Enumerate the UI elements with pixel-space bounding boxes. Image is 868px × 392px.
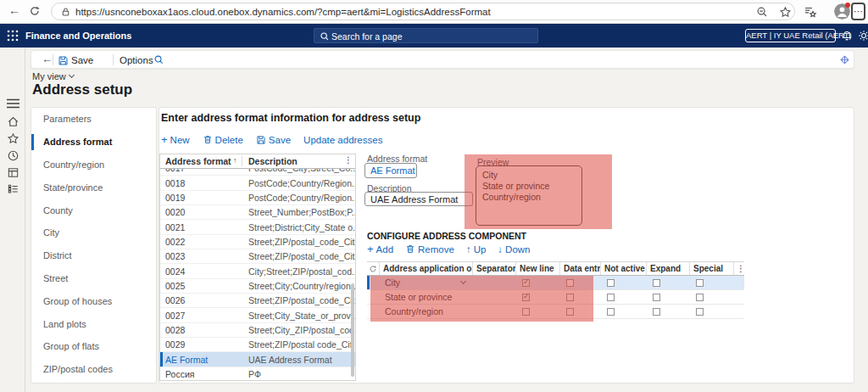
browser-back-icon[interactable]: ← (8, 3, 20, 17)
sidebar-item-group-of-flats[interactable]: Group of flats (31, 335, 156, 358)
data-entry-checkbox[interactable] (566, 308, 574, 316)
expand-checkbox[interactable] (653, 308, 660, 316)
waffle-icon[interactable] (7, 30, 19, 42)
column-expand[interactable]: Expand (646, 262, 689, 275)
column-data-entry[interactable]: Data entry... (559, 262, 600, 275)
refresh-icon[interactable] (367, 262, 379, 275)
sidebar-item-state-province[interactable]: State/province (31, 176, 156, 199)
up-button[interactable]: ↑ Up (466, 244, 486, 255)
format-grid-row[interactable]: AE FormatUAE Address Format (160, 352, 355, 367)
format-grid-row[interactable]: 0019PostCode;Country/Region... (160, 191, 355, 205)
browser-refresh-icon[interactable] (29, 5, 41, 17)
component-row[interactable]: Country/region (367, 305, 744, 319)
format-grid-row[interactable]: 0023Street;ZIP/postal_code_Cit... (160, 249, 355, 264)
table-overflow-icon[interactable]: ⋮ (733, 262, 744, 275)
update-addresses-button[interactable]: Update addresses (303, 134, 382, 145)
hamburger-menu-icon[interactable] (7, 98, 19, 109)
format-grid-row[interactable]: 0029Street;ZIP/postal code_Cit... (160, 338, 355, 352)
sidebar-item-land-plots[interactable]: Land plots (31, 312, 156, 335)
bell-icon[interactable] (841, 30, 853, 42)
app-title[interactable]: Finance and Operations (25, 24, 131, 48)
format-grid-row[interactable]: 0027Street;City_State_or_provi... (160, 308, 355, 322)
sidebar-item-city[interactable]: City (31, 221, 156, 244)
new-button[interactable]: + New (161, 134, 190, 145)
data-entry-checkbox[interactable] (566, 294, 574, 301)
new-line-checkbox[interactable] (522, 308, 530, 316)
format-grid-row[interactable]: 0025Street;City;Country/region... (160, 279, 355, 294)
sidebar-item-country-region[interactable]: Country/region (31, 154, 156, 176)
data-entry-checkbox[interactable] (566, 279, 574, 287)
actionbar-search-icon[interactable] (153, 54, 164, 65)
format-grid-row[interactable]: 0020Street_Number;PostBox;P... (160, 205, 355, 220)
diamond-icon[interactable] (838, 53, 851, 66)
expand-checkbox[interactable] (653, 294, 660, 301)
grid-scrollbar[interactable] (351, 283, 354, 377)
sidebar-item-group-of-houses[interactable]: Group of houses (31, 289, 156, 312)
sidebar-item-district[interactable]: District (31, 244, 156, 267)
sidebar-item-address-format[interactable]: Address format (31, 131, 156, 154)
address-format-field[interactable]: AE Format (364, 163, 417, 178)
favorite-star-icon[interactable] (779, 6, 792, 19)
column-description[interactable]: Description (248, 156, 298, 166)
grid-save-button[interactable]: Save (256, 134, 291, 145)
column-special[interactable]: Special (689, 262, 733, 275)
separator-cell[interactable] (472, 290, 515, 304)
column-new-line[interactable]: New line (515, 262, 559, 275)
address-object-cell[interactable]: City (379, 276, 472, 289)
modules-list-icon[interactable] (7, 182, 19, 195)
sidebar-item-zip-postal-codes[interactable]: ZIP/postal codes (31, 358, 156, 381)
sidebar-item-street[interactable]: Street (31, 267, 156, 290)
zoom-out-icon[interactable] (756, 6, 769, 19)
column-address-format[interactable]: Address format (165, 156, 231, 166)
chevron-down-icon[interactable] (460, 278, 466, 284)
navbar-search-input[interactable]: Search for a page (314, 28, 538, 43)
gear-icon[interactable] (858, 30, 868, 42)
separator-cell[interactable] (472, 305, 515, 318)
favorites-star-icon[interactable] (7, 132, 19, 145)
environment-badge[interactable]: AERT | IY UAE Retail (AERT) (745, 29, 836, 42)
options-button[interactable]: Options (120, 51, 153, 70)
remove-button[interactable]: Remove (405, 244, 454, 255)
format-grid-row[interactable]: РоссияРФ (160, 367, 355, 381)
column-address-application-object[interactable]: Address application object (379, 262, 472, 275)
special-checkbox[interactable] (696, 294, 704, 301)
format-grid-row[interactable]: 0028Street;City_ZIP/postal_cod... (160, 323, 355, 338)
collections-icon[interactable] (804, 5, 817, 19)
special-checkbox[interactable] (696, 279, 704, 287)
add-button[interactable]: + Add (367, 244, 393, 255)
address-bar[interactable]: https://usnconeboxax1aos.cloud.onebox.dy… (51, 3, 795, 20)
separator-cell[interactable] (472, 276, 515, 289)
page-back-icon[interactable]: ← (42, 53, 53, 65)
component-row[interactable]: State or province (367, 290, 744, 305)
new-line-checkbox[interactable] (522, 294, 530, 301)
delete-button[interactable]: Delete (203, 134, 243, 145)
format-grid-row[interactable]: 0018PostCode;Country/Region... (160, 176, 355, 190)
new-line-checkbox[interactable] (522, 279, 530, 287)
workspaces-icon[interactable] (7, 166, 19, 179)
format-grid-row[interactable]: 0021Street;District;City_State o... (160, 220, 355, 234)
not-active-checkbox[interactable] (607, 294, 615, 301)
save-button[interactable]: Save (58, 51, 93, 70)
format-grid-row[interactable]: 0022Street;ZIP/postal_code_Cit... (160, 235, 355, 249)
format-grid-row[interactable]: 0026Street;ZIP/postal_code_Cit... (160, 294, 355, 308)
expand-checkbox[interactable] (653, 279, 660, 287)
not-active-checkbox[interactable] (607, 279, 615, 287)
view-selector[interactable]: My view (32, 71, 74, 81)
component-row[interactable]: City (367, 276, 744, 290)
sidebar-item-county[interactable]: County (31, 199, 156, 221)
format-grid-row[interactable]: 0017PostCode_City;Street_Co... (160, 169, 355, 176)
special-checkbox[interactable] (696, 308, 704, 316)
not-active-checkbox[interactable] (607, 308, 615, 316)
column-separator[interactable]: Separator (472, 262, 515, 275)
recent-clock-icon[interactable] (7, 149, 19, 162)
address-object-cell[interactable]: State or province (379, 290, 472, 304)
column-not-active[interactable]: Not active (600, 262, 646, 275)
address-object-cell[interactable]: Country/region (379, 305, 472, 318)
browser-more-button[interactable]: ⋯ (851, 3, 865, 20)
description-field[interactable]: UAE Address Format (364, 192, 473, 206)
down-button[interactable]: ↓ Down (498, 244, 530, 255)
home-icon[interactable] (7, 115, 19, 128)
grid-overflow-icon[interactable]: ⋮ (344, 155, 353, 165)
format-grid-row[interactable]: 0024City;Street;ZIP/postal_cod... (160, 264, 355, 278)
sidebar-item-parameters[interactable]: Parameters (31, 108, 156, 131)
